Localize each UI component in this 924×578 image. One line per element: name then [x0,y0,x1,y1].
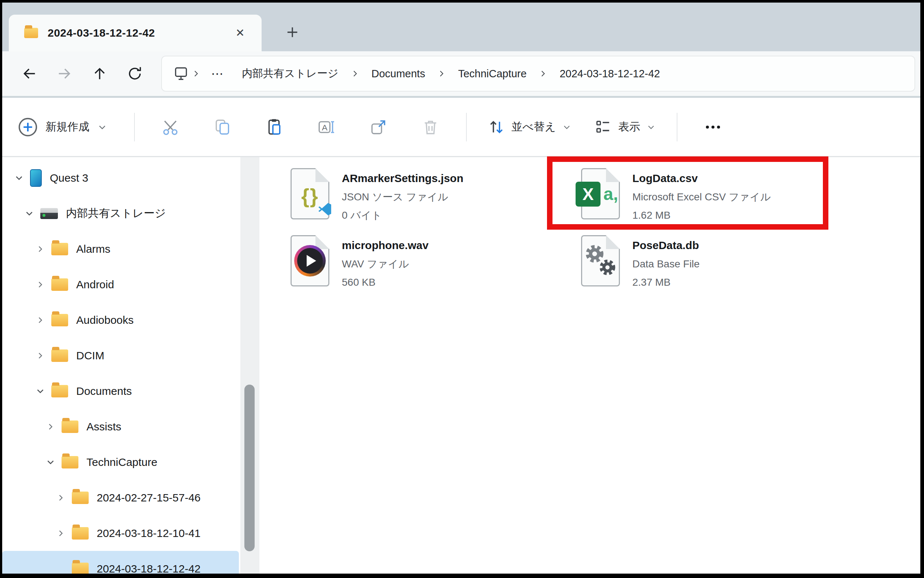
navigation-bar: ⋯ 内部共有ストレージ Documents TechniCapture 2024… [2,51,920,98]
chevron-right-icon [348,69,362,78]
sidebar-item-audiobooks[interactable]: Audiobooks [2,302,239,338]
chevron-right-icon[interactable] [43,419,58,434]
cut-button[interactable] [145,108,196,146]
gear-icon [599,259,616,276]
chevron-down-icon[interactable] [22,206,37,221]
view-list-icon [594,118,612,136]
scrollbar-thumb[interactable] [244,385,255,551]
toolbar-divider [134,113,135,141]
folder-icon [72,563,89,574]
forward-arrow-icon [56,65,73,82]
navigation-pane: Quest 3 内部共有ストレージ Alarms [2,157,240,574]
sidebar-item-alarms[interactable]: Alarms [2,231,239,267]
folder-icon [72,492,89,504]
media-play-icon [294,245,326,276]
share-button[interactable] [352,108,404,146]
device-icon [30,169,42,187]
chevron-right-icon [189,69,203,78]
chevron-right-icon[interactable] [33,313,48,328]
folder-icon [24,28,38,38]
more-options-button[interactable] [687,108,739,146]
folder-icon [51,314,68,326]
back-button[interactable] [12,57,47,90]
file-explorer-window: 2024-03-18-12-12-42 ✕ [0,0,924,578]
up-button[interactable] [82,57,117,90]
sidebar-item-label: Alarms [76,243,110,255]
file-name: microphone.wav [342,236,429,255]
chevron-right-icon[interactable] [54,526,68,541]
forward-button[interactable] [47,57,82,90]
sidebar-item-2024-03-18-12-12-42-selected[interactable]: 2024-03-18-12-12-42 [2,551,239,574]
breadcrumb-segment-documents[interactable]: Documents [362,68,435,80]
sidebar-item-2024-02-27-15-57-46[interactable]: 2024-02-27-15-57-46 [2,480,239,515]
breadcrumb-segment-current[interactable]: 2024-03-18-12-12-42 [550,68,669,80]
json-file-icon: {} [291,168,330,219]
close-tab-icon[interactable]: ✕ [231,25,249,41]
toolbar-divider [677,113,677,141]
file-name: PoseData.db [632,236,700,255]
breadcrumb-segment-storage[interactable]: 内部共有ストレージ [232,66,348,81]
this-device-icon [173,66,189,82]
folder-icon [51,243,68,255]
sidebar-item-label: 2024-03-18-12-10-41 [97,527,201,539]
sidebar-item-documents[interactable]: Documents [2,373,239,409]
tab-current-folder[interactable]: 2024-03-18-12-12-42 ✕ [9,15,261,51]
chevron-right-icon[interactable] [54,490,68,505]
file-name: ARmarkerSettings.json [342,169,463,188]
file-armarkersettings-json[interactable]: {} ARmarkerSettings.json JSON ソース ファイル 0… [291,168,463,224]
new-item-button[interactable]: 新規作成 [18,117,125,137]
sidebar-item-android[interactable]: Android [2,267,239,302]
chevron-right-icon[interactable] [33,277,48,292]
sidebar-item-assists[interactable]: Assists [2,409,239,444]
chevron-down-icon [646,122,656,132]
tab-strip: 2024-03-18-12-12-42 ✕ [2,3,920,51]
sidebar-item-2024-03-18-12-10-41[interactable]: 2024-03-18-12-10-41 [2,515,239,551]
trash-icon [421,118,440,136]
file-microphone-wav[interactable]: microphone.wav WAV ファイル 560 KB [291,235,429,292]
sidebar-item-internal-storage[interactable]: 内部共有ストレージ [2,196,239,231]
sidebar-item-label: Assists [86,421,121,433]
sidebar-scrollbar[interactable] [240,157,260,574]
copy-button[interactable] [196,108,248,146]
highlight-rectangle [547,156,828,230]
chevron-down-icon [97,122,108,133]
folder-icon [62,421,78,433]
new-tab-button[interactable] [281,21,304,43]
sidebar-item-label: 内部共有ストレージ [66,206,166,221]
delete-button[interactable] [404,108,456,146]
sidebar-item-label: TechniCapture [86,456,157,469]
file-posedata-db[interactable]: PoseData.db Data Base File 2.37 MB [575,235,700,292]
vscode-icon [318,202,332,216]
sidebar-item-technicapture[interactable]: TechniCapture [2,444,239,480]
database-file-icon [581,235,620,286]
file-size: 0 バイト [342,206,463,224]
sort-button[interactable]: 並べ替え [476,118,583,136]
file-list-area: {} ARmarkerSettings.json JSON ソース ファイル 0… [260,157,920,574]
view-button[interactable]: 表示 [583,118,667,136]
sidebar-item-quest3[interactable]: Quest 3 [2,160,239,196]
clipboard-paste-icon [265,118,284,136]
breadcrumb-segment-technicapture[interactable]: TechniCapture [448,68,536,80]
refresh-button[interactable] [117,57,153,90]
breadcrumb-overflow[interactable]: ⋯ [203,66,232,81]
sidebar-item-dcim[interactable]: DCIM [2,338,239,373]
view-label: 表示 [618,119,640,135]
sidebar-item-label: Documents [76,385,132,398]
chevron-down-icon[interactable] [43,455,58,469]
new-item-label: 新規作成 [45,119,89,135]
file-type: Data Base File [632,255,700,273]
chevron-right-icon[interactable] [33,348,48,363]
plus-circle-icon [18,117,38,137]
chevron-right-icon[interactable] [33,242,48,257]
chevron-down-icon[interactable] [33,384,48,398]
file-type: JSON ソース ファイル [342,188,463,206]
chevron-down-icon[interactable] [12,171,26,185]
sidebar-item-label: 2024-03-18-12-12-42 [97,563,201,574]
svg-text:A: A [322,123,328,132]
folder-icon [51,278,68,291]
sort-arrows-icon [487,118,506,136]
rename-button[interactable]: A [300,108,352,146]
rename-icon: A [317,118,336,136]
paste-button[interactable] [248,108,300,146]
address-bar[interactable]: ⋯ 内部共有ストレージ Documents TechniCapture 2024… [161,56,915,92]
